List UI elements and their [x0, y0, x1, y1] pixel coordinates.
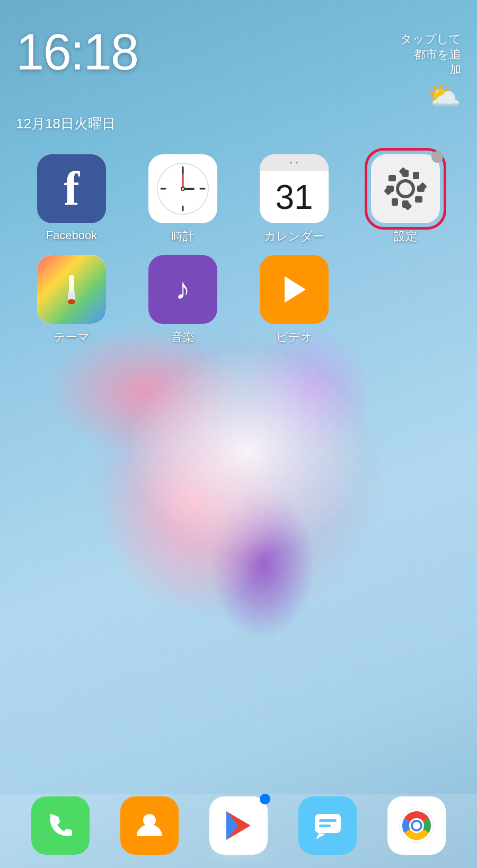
app-clock[interactable]: 時計: [132, 154, 233, 244]
messages-icon: [298, 796, 357, 855]
video-icon: [260, 255, 329, 324]
settings-badge: [431, 151, 443, 163]
svg-text:♪: ♪: [175, 272, 190, 305]
svg-marker-29: [285, 276, 306, 303]
status-bar: [0, 0, 477, 21]
dock-chrome[interactable]: [387, 796, 446, 855]
app-video[interactable]: ビデオ: [244, 255, 344, 345]
facebook-icon: f: [37, 154, 106, 223]
calendar-label: カレンダー: [264, 229, 324, 244]
clock-weather: タップして都市を追加 ⛅: [398, 27, 461, 112]
svg-point-27: [68, 299, 75, 304]
settings-label: 設定: [394, 229, 417, 244]
dock-phone[interactable]: [31, 796, 90, 855]
svg-point-43: [413, 822, 420, 829]
app-facebook[interactable]: f Facebook: [21, 154, 122, 244]
clock-time[interactable]: 16:18: [16, 27, 138, 77]
app-settings[interactable]: 設定: [355, 154, 456, 244]
dock-contacts[interactable]: [120, 796, 179, 855]
svg-rect-35: [315, 814, 341, 833]
phone-icon: [31, 796, 90, 855]
app-theme[interactable]: テーマ: [21, 255, 122, 345]
clock-area: 16:18 タップして都市を追加 ⛅: [0, 21, 477, 115]
calendar-icon: ▪ ▪ 31: [260, 154, 329, 223]
dock-playstore[interactable]: [209, 796, 268, 855]
svg-point-10: [182, 188, 184, 190]
app-music[interactable]: ♪ 音楽: [132, 255, 233, 345]
svg-rect-37: [319, 819, 337, 822]
weather-tap-text[interactable]: タップして都市を追加: [398, 32, 461, 77]
home-screen: 16:18 タップして都市を追加 ⛅ 12月18日火曜日 f Facebook: [0, 0, 477, 868]
playstore-badge: [260, 794, 270, 804]
date-text: 12月18日火曜日: [0, 115, 477, 144]
svg-rect-38: [319, 825, 331, 827]
app-grid: f Facebook: [0, 144, 477, 356]
spacer: [0, 356, 477, 840]
clock-app-label: 時計: [171, 229, 195, 244]
theme-label: テーマ: [54, 329, 90, 345]
app-calendar[interactable]: ▪ ▪ 31 カレンダー: [244, 154, 344, 244]
contacts-icon: [120, 796, 179, 855]
music-icon: ♪: [148, 255, 217, 324]
dock: [0, 794, 477, 868]
video-label: ビデオ: [276, 329, 313, 345]
chrome-icon: [387, 796, 446, 855]
facebook-label: Facebook: [46, 229, 98, 242]
dock-messages[interactable]: [298, 796, 357, 855]
svg-rect-25: [69, 275, 74, 294]
playstore-icon: [209, 796, 268, 855]
empty-slot: [355, 255, 456, 345]
theme-icon: [37, 255, 106, 324]
weather-icon: ⛅: [427, 80, 461, 112]
music-label: 音楽: [171, 329, 195, 345]
clock-icon: [148, 154, 217, 223]
svg-marker-36: [316, 833, 325, 839]
